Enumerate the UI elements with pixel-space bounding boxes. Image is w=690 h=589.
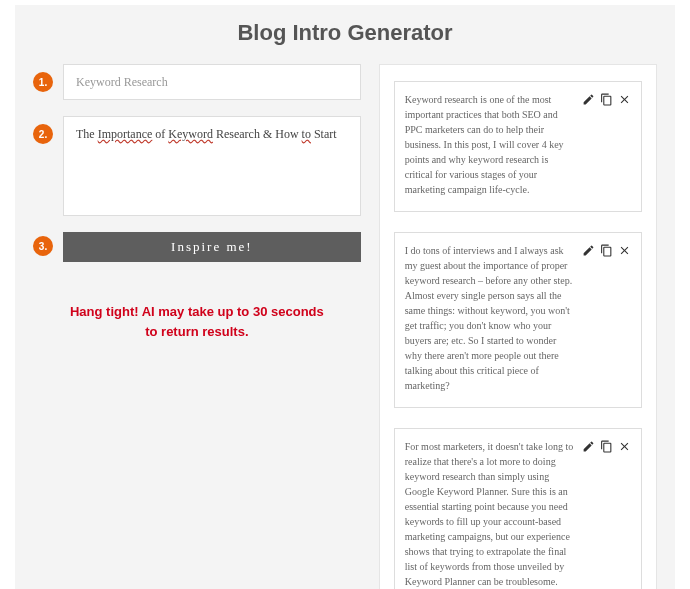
close-icon[interactable]	[617, 243, 631, 257]
close-icon[interactable]	[617, 439, 631, 453]
copy-icon[interactable]	[599, 439, 613, 453]
topic-textarea[interactable]: The Importance of Keyword Research & How…	[63, 116, 361, 216]
step-2-field: The Importance of Keyword Research & How…	[63, 116, 361, 216]
result-text: I do tons of interviews and I always ask…	[405, 243, 575, 393]
result-actions	[581, 243, 631, 393]
close-icon[interactable]	[617, 92, 631, 106]
inspire-button[interactable]: Inspire me!	[63, 232, 361, 262]
app-panel: Blog Intro Generator 1. 2. The Importanc…	[15, 5, 675, 589]
result-card: For most marketers, it doesn't take long…	[394, 428, 642, 589]
edit-icon[interactable]	[581, 92, 595, 106]
edit-icon[interactable]	[581, 243, 595, 257]
step-badge-2: 2.	[33, 124, 53, 144]
result-actions	[581, 439, 631, 589]
result-card: Keyword research is one of the most impo…	[394, 81, 642, 212]
result-text: For most marketers, it doesn't take long…	[405, 439, 575, 589]
result-actions	[581, 92, 631, 197]
result-text: Keyword research is one of the most impo…	[405, 92, 575, 197]
page-title: Blog Intro Generator	[33, 20, 657, 46]
step-badge-1: 1.	[33, 72, 53, 92]
step-3: 3. Inspire me!	[33, 232, 361, 262]
keyword-input[interactable]	[63, 64, 361, 100]
copy-icon[interactable]	[599, 243, 613, 257]
step-1: 1.	[33, 64, 361, 100]
status-message: Hang tight! AI may take up to 30 seconds…	[33, 302, 361, 341]
status-line-1: Hang tight! AI may take up to 30 seconds	[33, 302, 361, 322]
form-column: 1. 2. The Importance of Keyword Research…	[33, 64, 361, 341]
step-2: 2. The Importance of Keyword Research & …	[33, 116, 361, 216]
step-3-field: Inspire me!	[63, 232, 361, 262]
step-badge-3: 3.	[33, 236, 53, 256]
step-1-field	[63, 64, 361, 100]
result-card: I do tons of interviews and I always ask…	[394, 232, 642, 408]
status-line-2: to return results.	[33, 322, 361, 342]
columns: 1. 2. The Importance of Keyword Research…	[33, 64, 657, 589]
edit-icon[interactable]	[581, 439, 595, 453]
results-column: Keyword research is one of the most impo…	[379, 64, 657, 589]
copy-icon[interactable]	[599, 92, 613, 106]
